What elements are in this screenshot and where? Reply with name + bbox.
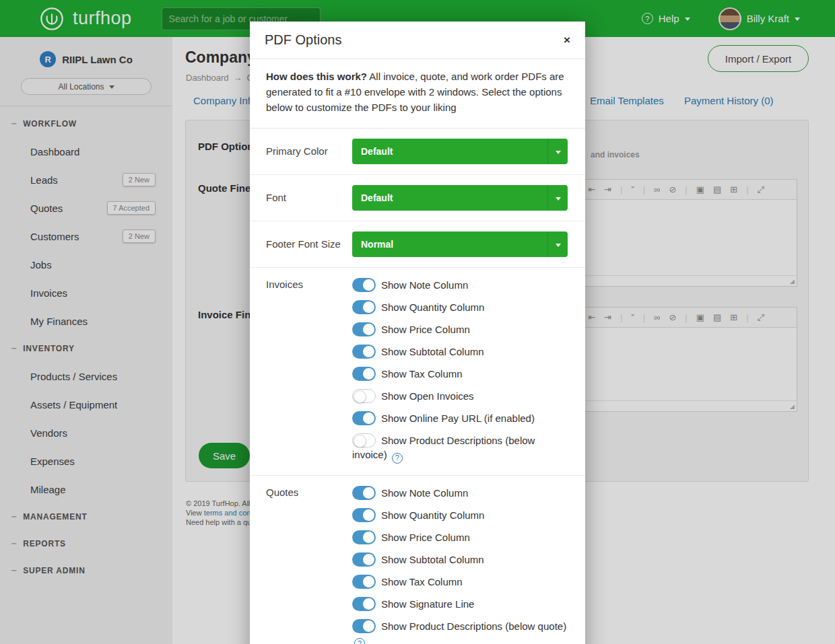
toggle-show-subtotal-column[interactable] [352, 552, 376, 567]
modal-row-font: FontDefault [250, 175, 585, 221]
toggle-show-price-column[interactable] [352, 322, 376, 336]
toggle-row: Show Price Column [352, 322, 568, 336]
toggle-label: Show Tax Column [381, 368, 463, 380]
chevron-down-icon [547, 231, 568, 257]
help-icon[interactable]: ? [354, 638, 365, 644]
modal-description: How does this work? All invoice, quote, … [250, 59, 585, 129]
selected-value: Default [361, 146, 393, 157]
modal-title: PDF Options [265, 32, 341, 48]
toggle-row: Show Tax Column [352, 575, 568, 589]
toggle-label: Show Note Column [381, 279, 468, 291]
toggle-row: Show Product Descriptions (below invoice… [352, 433, 568, 464]
toggle-show-tax-column[interactable] [352, 367, 376, 381]
selected-value: Normal [361, 239, 393, 250]
modal-header: PDF Options × [250, 22, 585, 59]
toggle-row: Show Online Pay URL (if enabled) [352, 411, 568, 425]
toggle-label: Show Open Invoices [381, 390, 474, 402]
toggle-row: Show Open Invoices [352, 389, 568, 403]
pdf-options-modal: PDF Options × How does this work? All in… [250, 22, 585, 644]
footer-font-size-select[interactable]: Normal [352, 231, 568, 257]
close-icon[interactable]: × [564, 34, 570, 46]
modal-select-rows: Primary ColorDefaultFontDefaultFooter Fo… [250, 129, 585, 268]
modal-row-primary-color: Primary ColorDefault [250, 129, 585, 175]
toggle-label: Show Online Pay URL (if enabled) [381, 413, 535, 424]
toggle-show-subtotal-column[interactable] [352, 345, 376, 359]
toggle-row: Show Product Descriptions (below quote) … [352, 619, 568, 644]
toggle-show-product-descriptions-below-quote[interactable] [352, 619, 376, 633]
toggle-row: Show Price Column [352, 530, 568, 544]
font-select[interactable]: Default [352, 185, 568, 211]
toggle-row: Show Quantity Column [352, 508, 568, 522]
modal-row-footer-font-size: Footer Font SizeNormal [250, 221, 585, 268]
select-label: Footer Font Size [266, 238, 352, 251]
toggle-show-quantity-column[interactable] [352, 300, 376, 314]
toggle-row: Show Subtotal Column [352, 345, 568, 359]
select-label: Primary Color [266, 145, 352, 158]
toggle-row: Show Tax Column [352, 367, 568, 381]
toggle-label: Show Product Descriptions (below invoice… [352, 435, 535, 460]
modal-toggle-groups: InvoicesShow Note ColumnShow Quantity Co… [250, 268, 585, 644]
toggle-row: Show Signature Line [352, 597, 568, 611]
toggle-row: Show Quantity Column [352, 300, 568, 314]
toggle-label: Show Signature Line [381, 598, 474, 610]
group-label: Invoices [266, 278, 352, 465]
toggle-label: Show Note Column [381, 487, 468, 499]
toggle-label: Show Price Column [381, 324, 470, 335]
toggle-row: Show Note Column [352, 278, 568, 292]
toggle-show-note-column[interactable] [352, 278, 376, 292]
selected-value: Default [361, 192, 393, 203]
toggle-label: Show Subtotal Column [381, 554, 484, 565]
toggle-show-note-column[interactable] [352, 486, 376, 500]
modal-group-quotes: QuotesShow Note ColumnShow Quantity Colu… [250, 476, 585, 644]
toggle-show-quantity-column[interactable] [352, 508, 376, 522]
chevron-down-icon [547, 185, 568, 211]
toggle-row: Show Subtotal Column [352, 552, 568, 567]
toggle-label: Show Product Descriptions (below quote) [381, 620, 566, 632]
modal-group-invoices: InvoicesShow Note ColumnShow Quantity Co… [250, 268, 585, 476]
chevron-down-icon [547, 139, 568, 164]
help-icon[interactable]: ? [392, 453, 403, 464]
toggle-label: Show Quantity Column [381, 509, 484, 521]
toggle-label: Show Price Column [381, 532, 470, 543]
select-label: Font [266, 191, 352, 205]
toggle-row: Show Note Column [352, 486, 568, 500]
toggle-label: Show Quantity Column [381, 301, 484, 313]
toggle-show-product-descriptions-below-invoice[interactable] [352, 433, 376, 448]
intro-bold: How does this work? [266, 71, 367, 82]
toggle-label: Show Subtotal Column [381, 346, 484, 357]
group-label: Quotes [266, 486, 352, 644]
toggle-label: Show Tax Column [381, 576, 463, 587]
toggle-show-tax-column[interactable] [352, 575, 376, 589]
toggle-show-signature-line[interactable] [352, 597, 376, 611]
toggle-show-open-invoices[interactable] [352, 389, 376, 403]
primary-color-select[interactable]: Default [352, 139, 568, 164]
toggle-show-price-column[interactable] [352, 530, 376, 544]
toggle-show-online-pay-url-if-enabled[interactable] [352, 411, 376, 425]
